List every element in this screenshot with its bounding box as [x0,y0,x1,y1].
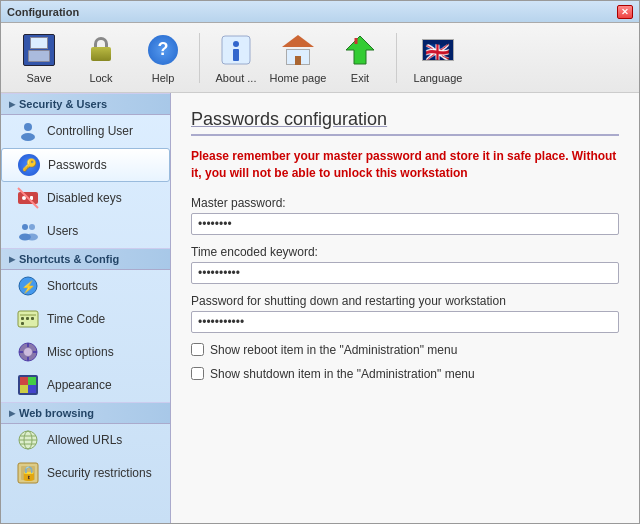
content-area: Security & Users Controlling User 🔑 Pass… [1,93,639,523]
show-shutdown-group: Show shutdown item in the "Administratio… [191,367,619,381]
separator-2 [396,33,397,83]
homepage-button[interactable]: Home page [268,27,328,89]
sidebar-item-users[interactable]: Users [1,215,170,248]
show-reboot-checkbox[interactable] [191,343,204,356]
svg-point-24 [24,348,32,356]
timecode-icon [17,308,39,330]
sidebar-item-misc-options[interactable]: Misc options [1,336,170,369]
page-title: Passwords configuration [191,109,619,136]
exit-label: Exit [351,72,369,84]
svg-rect-20 [26,317,29,320]
help-button[interactable]: ? Help [133,27,193,89]
save-button[interactable]: Save [9,27,69,89]
section-security-users: Security & Users [1,93,170,115]
passwords-label: Passwords [48,158,107,172]
svg-point-14 [26,234,38,241]
svg-rect-30 [20,377,28,385]
language-label: Language [414,72,463,84]
svg-rect-21 [31,317,34,320]
misc-options-label: Misc options [47,345,114,359]
show-shutdown-checkbox[interactable] [191,367,204,380]
save-icon [21,32,57,68]
svg-rect-2 [233,49,239,61]
sidebar-item-shortcuts[interactable]: ⚡ Shortcuts [1,270,170,303]
about-button[interactable]: About ... [206,27,266,89]
time-encoded-keyword-group: Time encoded keyword: [191,245,619,284]
sidebar-item-controlling-user[interactable]: Controlling User [1,115,170,148]
master-password-input[interactable] [191,213,619,235]
lock-icon [83,32,119,68]
allowed-urls-label: Allowed URLs [47,433,122,447]
show-shutdown-label: Show shutdown item in the "Administratio… [210,367,475,381]
warning-text: Please remember your master password and… [191,148,619,182]
language-icon [420,32,456,68]
shortcuts-icon: ⚡ [17,275,39,297]
time-code-label: Time Code [47,312,105,326]
svg-rect-22 [21,322,24,325]
sidebar-item-allowed-urls[interactable]: Allowed URLs [1,424,170,457]
svg-marker-3 [346,36,374,64]
sidebar-item-passwords[interactable]: 🔑 Passwords [1,148,170,182]
help-icon: ? [145,32,181,68]
about-icon [218,32,254,68]
sidebar-item-disabled-keys[interactable]: Disabled keys [1,182,170,215]
title-bar: Configuration ✕ [1,1,639,23]
exit-button[interactable]: Exit [330,27,390,89]
show-reboot-group: Show reboot item in the "Administration"… [191,343,619,357]
appearance-icon [17,374,39,396]
homepage-label: Home page [270,72,327,84]
person-icon [17,120,39,142]
shutdown-password-group: Password for shutting down and restartin… [191,294,619,333]
configuration-window: Configuration ✕ Save Lock ? H [0,0,640,524]
users-icon [17,220,39,242]
controlling-user-label: Controlling User [47,124,133,138]
sidebar: Security & Users Controlling User 🔑 Pass… [1,93,171,523]
urls-icon [17,429,39,451]
language-button[interactable]: Language [403,27,473,89]
master-password-group: Master password: [191,196,619,235]
time-encoded-keyword-label: Time encoded keyword: [191,245,619,259]
shutdown-password-input[interactable] [191,311,619,333]
svg-point-5 [24,123,32,131]
separator-1 [199,33,200,83]
exit-icon [342,32,378,68]
window-title: Configuration [7,6,79,18]
svg-text:⚡: ⚡ [21,279,36,294]
lock-label: Lock [89,72,112,84]
section-shortcuts-config: Shortcuts & Config [1,248,170,270]
svg-point-11 [22,224,28,230]
sidebar-item-security-restrictions[interactable]: 🔒 Security restrictions [1,457,170,490]
section-web-browsing: Web browsing [1,402,170,424]
svg-point-6 [21,133,35,141]
master-password-label: Master password: [191,196,619,210]
passwords-icon: 🔑 [18,154,40,176]
users-label: Users [47,224,78,238]
appearance-label: Appearance [47,378,112,392]
security-restrictions-label: Security restrictions [47,466,152,480]
securityrestrictions-icon: 🔒 [17,462,39,484]
disabledkeys-icon [17,187,39,209]
lock-button[interactable]: Lock [71,27,131,89]
save-label: Save [26,72,51,84]
sidebar-item-time-code[interactable]: Time Code [1,303,170,336]
shortcuts-label: Shortcuts [47,279,98,293]
main-panel: Passwords configuration Please remember … [171,93,639,523]
close-button[interactable]: ✕ [617,5,633,19]
show-reboot-label: Show reboot item in the "Administration"… [210,343,457,357]
help-label: Help [152,72,175,84]
disabled-keys-label: Disabled keys [47,191,122,205]
sidebar-item-appearance[interactable]: Appearance [1,369,170,402]
svg-text:🔒: 🔒 [20,465,38,482]
svg-rect-33 [28,385,36,393]
svg-point-1 [233,41,239,47]
homepage-icon [280,32,316,68]
time-encoded-keyword-input[interactable] [191,262,619,284]
misc-icon [17,341,39,363]
svg-rect-19 [21,317,24,320]
shutdown-password-label: Password for shutting down and restartin… [191,294,619,308]
toolbar: Save Lock ? Help [1,23,639,93]
svg-rect-32 [20,385,28,393]
svg-point-12 [29,224,35,230]
svg-rect-31 [28,377,36,385]
about-label: About ... [216,72,257,84]
